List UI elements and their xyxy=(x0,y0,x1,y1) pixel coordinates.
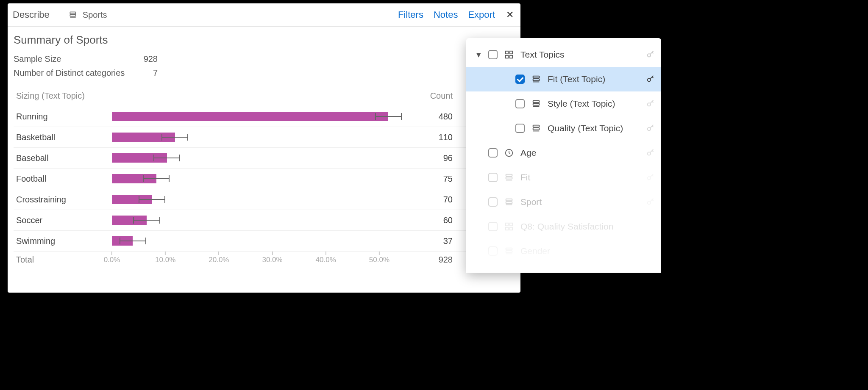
bar-area xyxy=(112,153,406,163)
sidebar-item-gender[interactable]: Gender xyxy=(466,239,661,263)
svg-rect-27 xyxy=(506,202,512,204)
sidebar-item-style-text-topic[interactable]: Style (Text Topic) xyxy=(466,91,661,116)
checkbox[interactable] xyxy=(488,246,498,256)
chevron-down-icon[interactable]: ▾ xyxy=(475,50,482,60)
axis-tick: 10.0% xyxy=(155,252,175,264)
topic-chip[interactable]: Sports xyxy=(67,10,107,20)
sidebar-item-age[interactable]: Age xyxy=(466,141,661,165)
sidebar-item-label: Gender xyxy=(520,246,655,256)
row-count: 480 xyxy=(406,112,453,122)
row-count: 70 xyxy=(406,195,453,205)
svg-point-21 xyxy=(648,152,651,155)
checkbox[interactable] xyxy=(515,99,525,108)
checkbox[interactable] xyxy=(515,75,525,84)
bar-area xyxy=(112,216,406,225)
svg-rect-9 xyxy=(533,79,540,81)
svg-rect-5 xyxy=(506,55,508,58)
svg-rect-33 xyxy=(510,227,512,230)
row-label: Running xyxy=(14,112,112,122)
key-icon[interactable] xyxy=(646,124,655,133)
key-icon[interactable] xyxy=(646,148,655,158)
sidebar-item-label: Fit (Text Topic) xyxy=(548,74,655,84)
sidebar-item-label: Quality (Text Topic) xyxy=(548,123,655,133)
key-icon[interactable] xyxy=(646,99,655,108)
stack-icon xyxy=(504,246,515,256)
stack-icon xyxy=(504,173,515,182)
checkbox[interactable] xyxy=(488,222,498,231)
svg-rect-1 xyxy=(70,14,75,16)
svg-rect-3 xyxy=(506,51,508,54)
grid-icon xyxy=(504,222,515,231)
row-label: Baseball xyxy=(14,153,112,163)
table-header: Sizing (Text Topic) Count Percentage xyxy=(14,86,515,106)
summary-title: Summary of Sports xyxy=(14,33,515,47)
sidebar-item-label: Style (Text Topic) xyxy=(548,99,655,109)
sidebar-item-fit[interactable]: Fit xyxy=(466,165,661,190)
header-right: Filters Notes Export ✕ xyxy=(398,9,515,20)
export-link[interactable]: Export xyxy=(468,9,495,20)
checkbox[interactable] xyxy=(488,50,498,59)
axis-tick: 30.0% xyxy=(262,252,282,264)
row-label: Football xyxy=(14,174,112,184)
sidebar-item-text-topics[interactable]: ▾ Text Topics xyxy=(466,42,661,67)
grid-icon xyxy=(504,50,515,59)
svg-point-19 xyxy=(648,127,651,130)
key-icon[interactable] xyxy=(646,197,655,207)
row-label: Crosstraining xyxy=(14,195,112,205)
total-label: Total xyxy=(14,252,112,265)
sample-size-label: Sample Size xyxy=(14,54,132,64)
describe-panel: Describe Sports Filters Notes Export ✕ S… xyxy=(8,3,520,293)
svg-rect-13 xyxy=(533,103,540,105)
key-icon[interactable] xyxy=(646,50,655,59)
table-rows: Running48051.7%Basketball11011.8%Basebal… xyxy=(14,106,515,251)
stack-icon xyxy=(531,99,542,108)
sidebar-item-label: Q8: Quality Satisfaction xyxy=(520,221,655,232)
sample-size-row: Sample Size 928 xyxy=(14,54,515,64)
axis-area: 0.0%10.0%20.0%30.0%40.0%50.0% xyxy=(112,252,406,269)
table-row: Football758.3% xyxy=(14,168,515,189)
row-count: 110 xyxy=(406,133,453,142)
bar-area xyxy=(112,195,406,204)
axis-tick: 20.0% xyxy=(209,252,229,264)
panel-title: Describe xyxy=(13,9,50,20)
table-row: Running48051.7% xyxy=(14,106,515,127)
panel-body: Summary of Sports Sample Size 928 Number… xyxy=(8,27,520,269)
axis-tick: 40.0% xyxy=(316,252,336,264)
axis-row: Total 0.0%10.0%20.0%30.0%40.0%50.0% 928 … xyxy=(14,251,515,269)
stack-icon xyxy=(67,11,78,19)
clock-icon xyxy=(504,148,515,158)
svg-rect-17 xyxy=(533,128,540,130)
distinct-label: Number of Distinct categories xyxy=(14,68,132,78)
svg-rect-16 xyxy=(533,125,540,127)
distinct-value: 7 xyxy=(132,68,158,78)
close-icon[interactable]: ✕ xyxy=(505,9,515,20)
row-label: Soccer xyxy=(14,216,112,225)
key-icon[interactable] xyxy=(646,75,655,84)
svg-rect-4 xyxy=(510,51,512,54)
sidebar-item-fit-text-topic[interactable]: Fit (Text Topic) xyxy=(466,67,661,91)
bar-area xyxy=(112,133,406,142)
svg-point-7 xyxy=(648,54,651,57)
svg-rect-22 xyxy=(506,174,512,177)
axis-tick: 0.0% xyxy=(104,252,120,264)
bar-area xyxy=(112,174,406,183)
sidebar-item-quality-text-topic[interactable]: Quality (Text Topic) xyxy=(466,116,661,141)
stack-icon xyxy=(504,197,515,207)
svg-point-15 xyxy=(648,103,651,106)
checkbox[interactable] xyxy=(488,148,498,158)
stack-icon xyxy=(531,75,542,84)
sidebar-item-q8[interactable]: Q8: Quality Satisfaction xyxy=(466,214,661,239)
sidebar-item-label: Fit xyxy=(520,172,655,183)
bar-area xyxy=(112,236,406,246)
checkbox[interactable] xyxy=(488,173,498,182)
notes-link[interactable]: Notes xyxy=(434,9,458,20)
checkbox[interactable] xyxy=(515,124,525,133)
table-row: Baseball9610.3% xyxy=(14,147,515,168)
svg-point-29 xyxy=(648,201,651,204)
filters-link[interactable]: Filters xyxy=(398,9,423,20)
sidebar-item-sport[interactable]: Sport xyxy=(466,190,661,214)
key-icon[interactable] xyxy=(646,173,655,182)
checkbox[interactable] xyxy=(488,197,498,207)
table-row: Swimming373.9% xyxy=(14,230,515,251)
col-count-header: Count xyxy=(406,91,453,101)
